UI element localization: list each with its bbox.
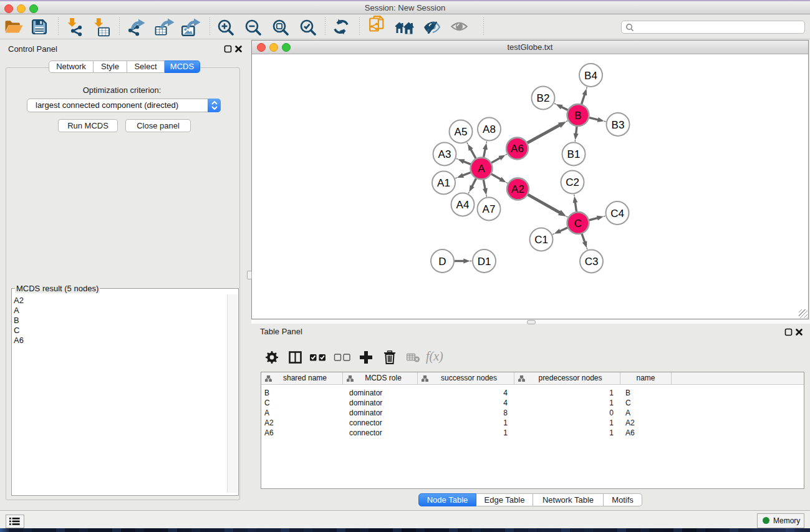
svg-text:C4: C4: [610, 208, 624, 220]
svg-text:A2: A2: [511, 183, 524, 195]
svg-text:A6: A6: [511, 143, 524, 155]
svg-text:A1: A1: [437, 177, 450, 189]
svg-text:B3: B3: [612, 119, 625, 131]
svg-text:B4: B4: [584, 70, 597, 82]
svg-text:C3: C3: [585, 256, 599, 268]
svg-text:D1: D1: [478, 256, 491, 268]
svg-text:B: B: [574, 110, 581, 122]
svg-text:A8: A8: [483, 123, 496, 135]
svg-text:C2: C2: [566, 177, 579, 188]
svg-text:A: A: [478, 163, 485, 175]
svg-text:A3: A3: [438, 148, 451, 160]
svg-text:f(x): f(x): [426, 351, 443, 364]
svg-text:C1: C1: [534, 234, 548, 246]
svg-text:B1: B1: [567, 148, 581, 160]
svg-text:B2: B2: [537, 92, 550, 104]
svg-text:A7: A7: [483, 203, 496, 215]
svg-text:C: C: [574, 218, 582, 230]
svg-text:D: D: [438, 256, 446, 268]
svg-text:A4: A4: [456, 199, 470, 211]
svg-text:A5: A5: [455, 126, 468, 138]
